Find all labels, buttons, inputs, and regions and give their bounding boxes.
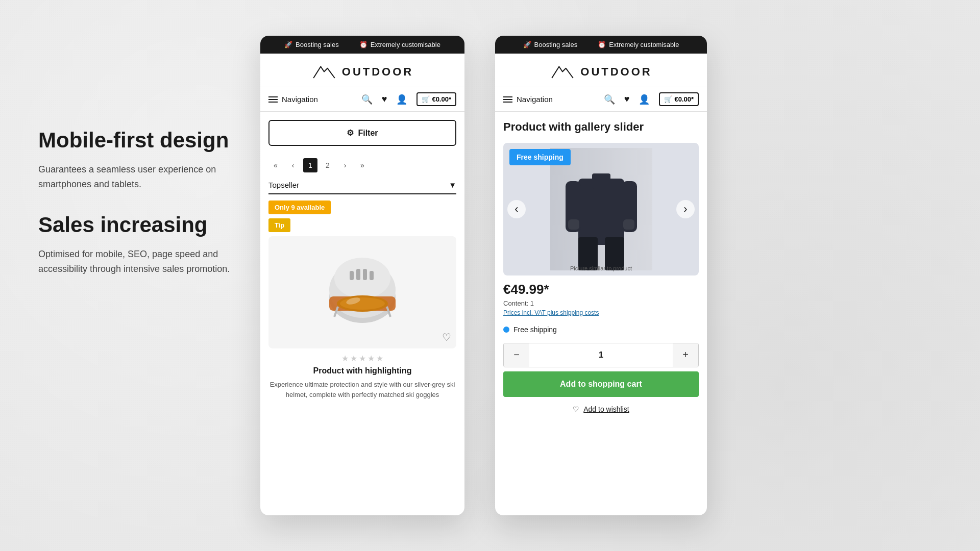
badge-row: Only 9 available Tip <box>268 201 456 232</box>
shipping-label: Free shipping <box>513 325 557 334</box>
nav-bar-right[interactable]: Navigation 🔍 ♥ 👤 🛒 €0.00* <box>495 87 707 112</box>
top-bar-right: 🚀 Boosting sales ⏰ Extremely customisabl… <box>495 36 707 54</box>
quantity-decrease-btn[interactable]: − <box>504 343 529 367</box>
wishlist-heart-icon: ♡ <box>573 405 579 413</box>
nav-label-right: Navigation <box>517 95 553 104</box>
product-gallery: Free shipping <box>503 143 699 276</box>
filter-label: Filter <box>358 129 378 138</box>
nav-icons-left: 🔍 ♥ 👤 🛒 €0.00* <box>361 92 456 106</box>
tip-badge: Tip <box>268 218 290 232</box>
cart-button-right[interactable]: 🛒 €0.00* <box>659 92 699 106</box>
phone-listing: 🚀 Boosting sales ⏰ Extremely customisabl… <box>260 36 464 515</box>
clock-icon: ⏰ <box>359 41 368 48</box>
heading-mobile-first: Mobile-first design <box>38 128 253 153</box>
sort-label: Topseller <box>268 181 299 189</box>
svg-rect-20 <box>568 219 579 230</box>
topbar-right-customise: ⏰ Extremely customisable <box>598 41 679 48</box>
add-to-cart-button[interactable]: Add to shopping cart <box>503 371 699 397</box>
svg-rect-5 <box>363 269 367 280</box>
price-info-link[interactable]: Prices incl. VAT plus shipping costs <box>503 309 699 316</box>
logo-area-right: OUTDOOR <box>495 54 707 87</box>
paragraph-sales: Optimised for mobile, SEO, page speed an… <box>38 247 253 277</box>
product-title-listing: Product with highlighting <box>268 366 456 375</box>
top-bar-left: 🚀 Boosting sales ⏰ Extremely customisabl… <box>260 36 464 54</box>
filter-button[interactable]: ⚙ Filter <box>268 120 456 146</box>
cart-icon-right: 🛒 <box>664 95 672 103</box>
pagination: « ‹ 1 2 › » <box>260 154 464 177</box>
add-to-wishlist-label[interactable]: Add to wishlist <box>583 405 629 413</box>
svg-rect-6 <box>370 271 374 280</box>
phone-product-detail: 🚀 Boosting sales ⏰ Extremely customisabl… <box>495 36 707 515</box>
topbar-item-boosting: 🚀 Boosting sales <box>284 41 339 48</box>
wishlist-icon-right[interactable]: ♥ <box>624 94 630 105</box>
availability-badge: Only 9 available <box>268 201 331 214</box>
nav-menu-left[interactable]: Navigation <box>268 95 351 104</box>
person-svg <box>550 148 652 270</box>
cart-price-right: €0.00* <box>674 95 694 103</box>
svg-rect-21 <box>623 219 634 230</box>
topbar-item-customise: ⏰ Extremely customisable <box>359 41 440 48</box>
page-next-btn[interactable]: › <box>338 158 352 172</box>
logo-text-left: OUTDOOR <box>342 65 413 79</box>
heading-sales: Sales increasing <box>38 212 253 238</box>
left-panel: Mobile-first design Guarantees a seamles… <box>38 128 253 297</box>
page-first-btn[interactable]: « <box>268 158 283 172</box>
chevron-down-icon: ▼ <box>449 181 456 189</box>
search-icon-right[interactable]: 🔍 <box>604 94 615 105</box>
rocket-icon: 🚀 <box>284 41 292 48</box>
rating-stars: ★★★★★ <box>268 354 456 363</box>
shipping-row: Free shipping <box>495 320 707 339</box>
shipping-indicator <box>503 327 509 333</box>
logo-text-right: OUTDOOR <box>580 65 652 79</box>
svg-point-2 <box>334 258 390 298</box>
product-image-area: ♡ <box>268 236 456 348</box>
free-shipping-badge: Free shipping <box>509 149 571 165</box>
add-to-wishlist-row[interactable]: ♡ Add to wishlist <box>495 401 707 417</box>
nav-label-left: Navigation <box>282 95 318 104</box>
quantity-value: 1 <box>529 350 673 360</box>
cart-price-left: €0.00* <box>432 95 451 103</box>
account-icon[interactable]: 👤 <box>396 94 407 105</box>
sort-dropdown[interactable]: Topseller ▼ <box>268 177 456 194</box>
cart-icon: 🛒 <box>422 95 430 103</box>
product-description-listing: Experience ultimate protection and style… <box>268 380 456 399</box>
quantity-increase-btn[interactable]: + <box>673 343 698 367</box>
page-2-btn[interactable]: 2 <box>321 158 335 172</box>
nav-menu-right[interactable]: Navigation <box>503 95 594 104</box>
svg-rect-4 <box>356 269 360 280</box>
logo-area-left: OUTDOOR <box>260 54 464 87</box>
account-icon-right[interactable]: 👤 <box>639 94 650 105</box>
svg-rect-15 <box>592 173 610 189</box>
clock-icon-right: ⏰ <box>598 41 606 48</box>
page-1-btn[interactable]: 1 <box>303 158 317 172</box>
product-price: €49.99* <box>503 282 699 297</box>
nav-bar-left[interactable]: Navigation 🔍 ♥ 👤 🛒 €0.00* <box>260 87 464 112</box>
rocket-icon-right: 🚀 <box>523 41 531 48</box>
product-wishlist-icon[interactable]: ♡ <box>442 331 451 343</box>
hamburger-icon[interactable] <box>268 96 278 103</box>
nav-icons-right: 🔍 ♥ 👤 🛒 €0.00* <box>604 92 699 106</box>
gallery-prev-btn[interactable]: ‹ <box>507 200 526 218</box>
cart-button-left[interactable]: 🛒 €0.00* <box>416 92 456 106</box>
hamburger-icon-right[interactable] <box>503 96 512 103</box>
product-detail-title: Product with gallery slider <box>495 112 707 143</box>
topbar-right-boosting: 🚀 Boosting sales <box>523 41 578 48</box>
filter-icon: ⚙ <box>347 128 354 138</box>
paragraph-mobile-first: Guarantees a seamless user experience on… <box>38 162 253 192</box>
page-prev-btn[interactable]: ‹ <box>286 158 300 172</box>
search-icon[interactable]: 🔍 <box>361 94 373 105</box>
page-last-btn[interactable]: » <box>355 158 370 172</box>
quantity-control[interactable]: − 1 + <box>503 343 699 367</box>
mountain-logo-icon-right <box>550 63 575 81</box>
helmet-image <box>311 241 413 343</box>
wishlist-icon[interactable]: ♥ <box>382 94 387 105</box>
gallery-next-btn[interactable]: › <box>676 200 695 218</box>
svg-point-9 <box>340 297 385 310</box>
mountain-logo-icon <box>311 63 337 81</box>
picture-similar-text: Picture similar to product <box>570 265 632 271</box>
svg-rect-3 <box>350 271 354 280</box>
price-section: €49.99* Content: 1 Prices incl. VAT plus… <box>495 282 707 320</box>
product-card-listing: Only 9 available Tip <box>268 201 456 399</box>
product-content: Content: 1 <box>503 299 699 307</box>
